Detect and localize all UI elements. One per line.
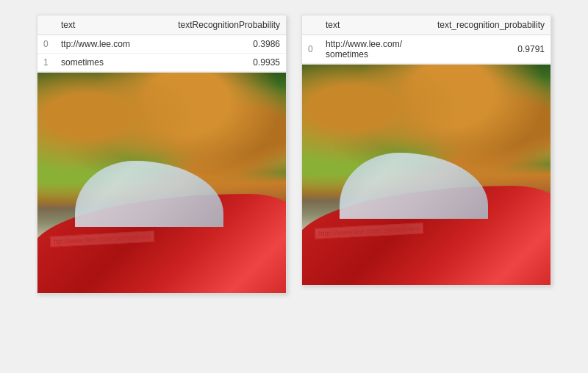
car-image-2: http://www.lee.com/ sometimes: [302, 65, 551, 285]
text-header-1: text: [55, 15, 151, 35]
table-container-1: text textRecognitionProbability 0 ttp://…: [37, 15, 286, 73]
results-table-2: text text_recognition_probability 0 http…: [302, 15, 551, 64]
table-container-2: text text_recognition_probability 0 http…: [302, 15, 551, 65]
row-text: ttp://www.lee.com: [55, 35, 151, 54]
row-text: sometimes: [55, 54, 151, 72]
text-header-2: text: [320, 15, 431, 35]
row-probability: 0.9935: [151, 54, 286, 72]
table-row: 1 sometimes 0.9935: [37, 54, 286, 72]
row-index: 1: [37, 54, 55, 72]
image-container-2: http://www.lee.com/ sometimes: [302, 65, 551, 285]
probability-header-2: text_recognition_probability: [431, 15, 551, 35]
row-text: http://www.lee.com/ sometimes: [320, 35, 431, 64]
row-probability: 0.9791: [431, 35, 551, 64]
car-image-1: ttp://www.lee.com/ sometimes: [37, 73, 286, 293]
row-index: 0: [37, 35, 55, 54]
panel-1: text textRecognitionProbability 0 ttp://…: [37, 15, 287, 294]
row-probability: 0.3986: [151, 35, 286, 54]
table-row: 0 http://www.lee.com/ sometimes 0.9791: [302, 35, 551, 64]
panel-2: text text_recognition_probability 0 http…: [301, 15, 551, 286]
image-container-1: ttp://www.lee.com/ sometimes: [37, 73, 286, 293]
row-index: 0: [302, 35, 320, 64]
index-header-1: [37, 15, 55, 35]
results-table-1: text textRecognitionProbability 0 ttp://…: [37, 15, 286, 72]
probability-header-1: textRecognitionProbability: [151, 15, 286, 35]
table-row: 0 ttp://www.lee.com 0.3986: [37, 35, 286, 54]
index-header-2: [302, 15, 320, 35]
